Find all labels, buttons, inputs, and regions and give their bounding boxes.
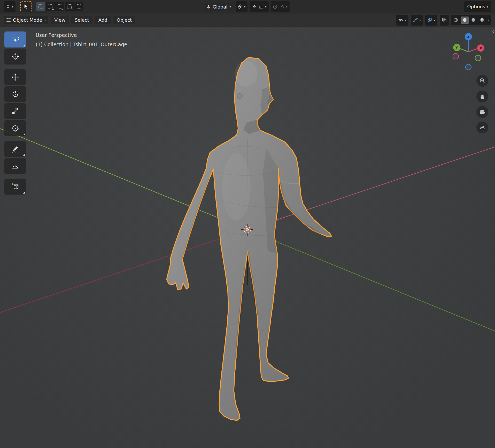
show-gizmos-dropdown[interactable]: ▾ [411,15,423,26]
mesh-silhouette [167,57,331,420]
menu-view[interactable]: View [51,16,69,24]
tool-select-box[interactable] [4,31,26,47]
shading-material-button[interactable] [469,17,478,24]
pan-button[interactable] [476,91,488,102]
overlays-icon [427,18,432,22]
move-tool-icon [11,73,19,81]
tool-cursor[interactable] [4,49,26,65]
chevron-down-icon: ▾ [44,19,46,22]
tool-header: ▾ + − × ∩ Global ▾ [0,0,495,13]
options-dropdown[interactable]: Options ▾ [464,1,491,12]
chevron-down-icon: ▾ [487,19,491,22]
mode-dropdown[interactable]: Object Mode ▾ [4,16,48,24]
select-mode-set-button[interactable] [36,2,45,11]
gizmo-axis-x-neg[interactable] [453,53,459,59]
shading-rendered-button[interactable] [478,17,486,24]
axis-gizmo[interactable]: Z Y X [450,30,488,72]
tool-rotate[interactable] [4,86,26,102]
select-mode-intersect-button[interactable]: ∩ [74,2,83,11]
tool-column [4,31,26,195]
pivot-point-dropdown[interactable]: ▾ [236,1,248,12]
editor-type-button[interactable]: ▾ [4,1,16,12]
object-mode-icon [6,18,11,22]
options-label: Options [467,4,485,9]
orientation-axes-icon [206,5,211,9]
chevron-down-icon: ▾ [419,19,421,22]
chevron-down-icon: ▾ [244,5,245,8]
object-visibility-dropdown[interactable]: ▾ [396,15,408,26]
chevron-down-icon: ▾ [265,5,266,8]
mode-label: Object Mode [13,17,42,23]
scale-tool-icon [11,107,19,115]
sidebar-collapse-arrow-icon [492,29,495,34]
shading-solid-icon [462,18,467,22]
rotate-tool-icon [11,90,19,98]
shading-wireframe-icon [453,18,458,22]
shading-wireframe-button[interactable] [452,17,460,24]
annotate-tool-icon [11,145,19,153]
snap-magnet-icon[interactable] [252,4,256,9]
select-mode-intersect-icon [77,4,81,9]
select-mode-set-icon [38,4,43,9]
menu-select[interactable]: Select [71,16,92,24]
tool-move[interactable] [4,69,26,85]
chevron-down-icon: ▾ [12,5,13,8]
gizmos-icon [413,18,418,22]
select-mode-extend-button[interactable]: + [46,2,55,11]
viewport-3d[interactable]: User Perspective (1) Collection | Tshirt… [0,27,495,448]
chevron-down-icon: ▾ [487,5,488,8]
editor-type-icon [6,4,10,9]
select-box-tool-icon [11,36,19,43]
gizmo-axis-x-label: X [479,46,482,50]
xray-icon [442,18,447,22]
gizmo-axis-z-neg[interactable] [466,64,471,70]
blender-window: ▾ + − × ∩ Global ▾ [0,0,495,448]
toggle-xray-button[interactable] [440,15,449,26]
shading-material-icon [471,18,476,22]
tool-add-cube[interactable] [4,179,26,195]
sidebar-expand-tab[interactable] [492,29,495,35]
select-mode-invert-button[interactable]: × [65,2,74,11]
measure-tool-icon [11,162,19,170]
select-mode-subtract-button[interactable]: − [55,2,64,11]
transform-tool-icon [11,124,19,132]
orientation-label: Global [213,4,227,10]
tool-scale[interactable] [4,103,26,119]
zoom-button[interactable] [476,75,488,87]
snap-group: ▾ [250,1,268,12]
tool-measure[interactable] [4,158,26,174]
tool-annotate[interactable] [4,141,26,157]
falloff-curve-icon [280,5,284,9]
viewport-header: Object Mode ▾ View Select Add Object ▾ [0,13,495,27]
menu-object[interactable]: Object [113,16,135,24]
gizmo-axis-y-neg[interactable] [475,55,481,61]
active-tool-button[interactable] [20,1,32,12]
visibility-eye-icon [398,18,403,22]
select-mode-group: + − × ∩ [36,2,83,11]
snap-increment-icon [259,5,264,9]
menu-add[interactable]: Add [95,16,111,24]
camera-view-button[interactable] [476,106,488,118]
object-origin-dot [246,228,249,231]
proportional-editing-icon[interactable] [273,4,277,9]
camera-icon [479,109,485,115]
shading-solid-button[interactable] [461,17,469,24]
add-cube-tool-icon [11,183,19,190]
human-mesh[interactable] [167,57,331,420]
snap-settings-button[interactable]: ▾ [259,5,266,9]
shading-rendered-icon [480,18,485,22]
scene-canvas [0,27,495,448]
pan-hand-icon [479,93,485,100]
perspective-toggle-button[interactable] [476,122,488,133]
tool-transform[interactable] [4,120,26,136]
gizmo-axis-z-label: Z [467,35,469,39]
transform-orientation-dropdown[interactable]: Global ▾ [204,3,234,11]
shading-group: ▾ [451,15,491,25]
gizmo-axis-y-label: Y [455,46,458,50]
chevron-down-icon: ▾ [434,19,435,22]
viewport-overlay-text: User Perspective (1) Collection | Tshirt… [36,30,127,49]
grid-icon [479,124,485,131]
falloff-dropdown[interactable]: ▾ [280,5,287,9]
show-overlays-dropdown[interactable]: ▾ [425,15,437,26]
proportional-group: ▾ [270,1,289,12]
